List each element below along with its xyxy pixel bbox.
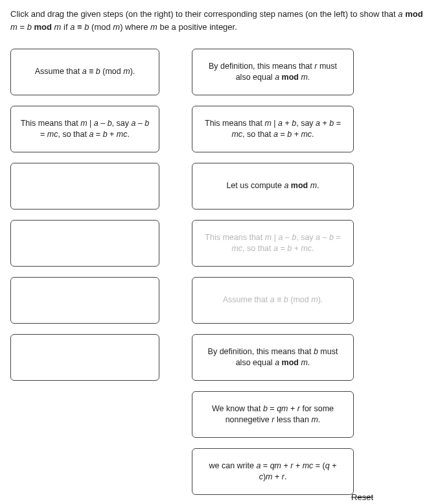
drag-item[interactable]: This means that m | a + b, say a + b = m…: [192, 106, 354, 152]
drag-item-ghost[interactable]: This means that m | a – b, say a – b = m…: [192, 220, 354, 267]
right-column: By definition, this means that r must al…: [192, 49, 354, 504]
reset-button[interactable]: Reset: [351, 492, 373, 502]
drop-slot[interactable]: [10, 220, 159, 267]
drop-slot[interactable]: [10, 277, 159, 324]
drag-item[interactable]: We know that b = qm + r for some nonnege…: [192, 391, 354, 438]
drag-item-ghost[interactable]: Assume that a ≡ b (mod m).: [192, 277, 354, 324]
instructions: Click and drag the given steps (on the r…: [10, 8, 430, 33]
left-column: Assume that a ≡ b (mod m). This means th…: [10, 49, 159, 381]
drop-slot[interactable]: Assume that a ≡ b (mod m).: [10, 49, 159, 95]
drag-item[interactable]: By definition, this means that r must al…: [192, 49, 354, 95]
drop-slot[interactable]: This means that m | a – b, say a – b = m…: [10, 106, 159, 152]
drop-slot[interactable]: [10, 334, 159, 381]
drag-item[interactable]: Let us compute a mod m.: [192, 163, 354, 210]
drag-item[interactable]: we can write a = qm + r + mc = (q + c)m …: [192, 448, 354, 495]
drag-item[interactable]: By definition, this means that b must al…: [192, 334, 354, 381]
drop-slot[interactable]: [10, 163, 159, 210]
drag-drop-area: Assume that a ≡ b (mod m). This means th…: [10, 49, 430, 504]
